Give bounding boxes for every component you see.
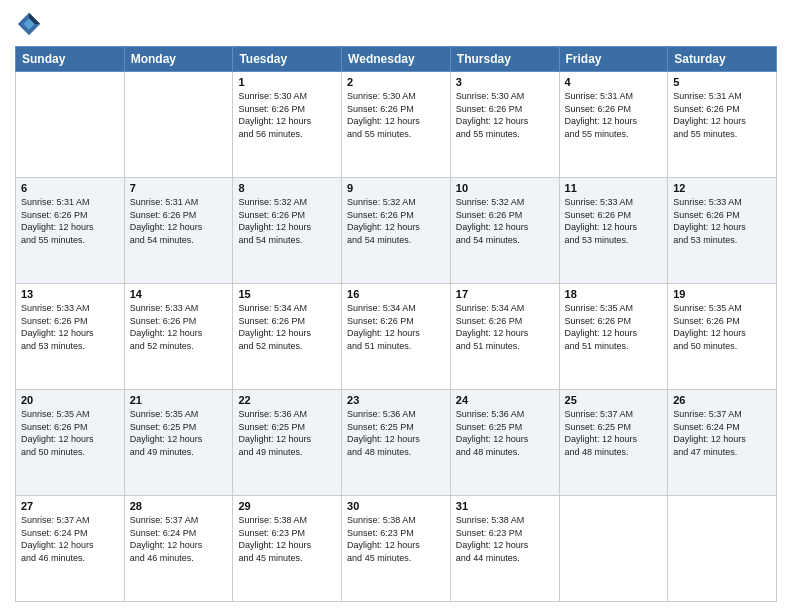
day-number: 16 (347, 288, 445, 300)
day-info: Sunrise: 5:30 AM Sunset: 6:26 PM Dayligh… (347, 90, 445, 140)
calendar-week-row: 6Sunrise: 5:31 AM Sunset: 6:26 PM Daylig… (16, 178, 777, 284)
weekday-header: Monday (124, 47, 233, 72)
calendar-cell (668, 496, 777, 602)
calendar-cell: 10Sunrise: 5:32 AM Sunset: 6:26 PM Dayli… (450, 178, 559, 284)
day-number: 4 (565, 76, 663, 88)
day-number: 3 (456, 76, 554, 88)
weekday-header: Sunday (16, 47, 125, 72)
day-number: 22 (238, 394, 336, 406)
calendar-cell: 12Sunrise: 5:33 AM Sunset: 6:26 PM Dayli… (668, 178, 777, 284)
calendar-cell: 26Sunrise: 5:37 AM Sunset: 6:24 PM Dayli… (668, 390, 777, 496)
day-info: Sunrise: 5:35 AM Sunset: 6:26 PM Dayligh… (673, 302, 771, 352)
calendar-cell: 25Sunrise: 5:37 AM Sunset: 6:25 PM Dayli… (559, 390, 668, 496)
calendar-week-row: 20Sunrise: 5:35 AM Sunset: 6:26 PM Dayli… (16, 390, 777, 496)
calendar-cell: 14Sunrise: 5:33 AM Sunset: 6:26 PM Dayli… (124, 284, 233, 390)
day-info: Sunrise: 5:31 AM Sunset: 6:26 PM Dayligh… (21, 196, 119, 246)
day-info: Sunrise: 5:37 AM Sunset: 6:25 PM Dayligh… (565, 408, 663, 458)
calendar-week-row: 13Sunrise: 5:33 AM Sunset: 6:26 PM Dayli… (16, 284, 777, 390)
day-info: Sunrise: 5:37 AM Sunset: 6:24 PM Dayligh… (673, 408, 771, 458)
day-info: Sunrise: 5:36 AM Sunset: 6:25 PM Dayligh… (238, 408, 336, 458)
day-info: Sunrise: 5:32 AM Sunset: 6:26 PM Dayligh… (347, 196, 445, 246)
day-number: 14 (130, 288, 228, 300)
calendar-cell: 28Sunrise: 5:37 AM Sunset: 6:24 PM Dayli… (124, 496, 233, 602)
calendar-cell: 29Sunrise: 5:38 AM Sunset: 6:23 PM Dayli… (233, 496, 342, 602)
page: SundayMondayTuesdayWednesdayThursdayFrid… (0, 0, 792, 612)
calendar-cell: 11Sunrise: 5:33 AM Sunset: 6:26 PM Dayli… (559, 178, 668, 284)
day-info: Sunrise: 5:34 AM Sunset: 6:26 PM Dayligh… (456, 302, 554, 352)
calendar-cell: 1Sunrise: 5:30 AM Sunset: 6:26 PM Daylig… (233, 72, 342, 178)
day-info: Sunrise: 5:38 AM Sunset: 6:23 PM Dayligh… (456, 514, 554, 564)
weekday-header: Wednesday (342, 47, 451, 72)
calendar-cell (559, 496, 668, 602)
day-number: 8 (238, 182, 336, 194)
day-number: 21 (130, 394, 228, 406)
calendar-cell: 2Sunrise: 5:30 AM Sunset: 6:26 PM Daylig… (342, 72, 451, 178)
day-info: Sunrise: 5:35 AM Sunset: 6:26 PM Dayligh… (21, 408, 119, 458)
calendar-cell: 16Sunrise: 5:34 AM Sunset: 6:26 PM Dayli… (342, 284, 451, 390)
calendar-cell: 9Sunrise: 5:32 AM Sunset: 6:26 PM Daylig… (342, 178, 451, 284)
calendar-week-row: 1Sunrise: 5:30 AM Sunset: 6:26 PM Daylig… (16, 72, 777, 178)
day-number: 12 (673, 182, 771, 194)
day-number: 13 (21, 288, 119, 300)
day-number: 9 (347, 182, 445, 194)
calendar-cell: 24Sunrise: 5:36 AM Sunset: 6:25 PM Dayli… (450, 390, 559, 496)
weekday-header: Saturday (668, 47, 777, 72)
header (15, 10, 777, 38)
day-number: 25 (565, 394, 663, 406)
day-number: 29 (238, 500, 336, 512)
day-number: 2 (347, 76, 445, 88)
day-info: Sunrise: 5:31 AM Sunset: 6:26 PM Dayligh… (130, 196, 228, 246)
calendar-header-row: SundayMondayTuesdayWednesdayThursdayFrid… (16, 47, 777, 72)
calendar-cell: 3Sunrise: 5:30 AM Sunset: 6:26 PM Daylig… (450, 72, 559, 178)
weekday-header: Friday (559, 47, 668, 72)
day-info: Sunrise: 5:33 AM Sunset: 6:26 PM Dayligh… (21, 302, 119, 352)
day-number: 11 (565, 182, 663, 194)
day-number: 15 (238, 288, 336, 300)
logo-icon (15, 10, 43, 38)
day-info: Sunrise: 5:38 AM Sunset: 6:23 PM Dayligh… (238, 514, 336, 564)
day-info: Sunrise: 5:30 AM Sunset: 6:26 PM Dayligh… (238, 90, 336, 140)
logo (15, 10, 45, 38)
day-info: Sunrise: 5:33 AM Sunset: 6:26 PM Dayligh… (130, 302, 228, 352)
day-info: Sunrise: 5:34 AM Sunset: 6:26 PM Dayligh… (347, 302, 445, 352)
day-info: Sunrise: 5:36 AM Sunset: 6:25 PM Dayligh… (347, 408, 445, 458)
day-number: 24 (456, 394, 554, 406)
day-number: 17 (456, 288, 554, 300)
day-info: Sunrise: 5:34 AM Sunset: 6:26 PM Dayligh… (238, 302, 336, 352)
calendar-cell (16, 72, 125, 178)
day-number: 31 (456, 500, 554, 512)
day-number: 1 (238, 76, 336, 88)
calendar-cell: 27Sunrise: 5:37 AM Sunset: 6:24 PM Dayli… (16, 496, 125, 602)
day-number: 30 (347, 500, 445, 512)
day-number: 6 (21, 182, 119, 194)
calendar-cell: 5Sunrise: 5:31 AM Sunset: 6:26 PM Daylig… (668, 72, 777, 178)
calendar-cell: 4Sunrise: 5:31 AM Sunset: 6:26 PM Daylig… (559, 72, 668, 178)
day-number: 18 (565, 288, 663, 300)
day-number: 23 (347, 394, 445, 406)
calendar-cell: 13Sunrise: 5:33 AM Sunset: 6:26 PM Dayli… (16, 284, 125, 390)
day-number: 28 (130, 500, 228, 512)
calendar-week-row: 27Sunrise: 5:37 AM Sunset: 6:24 PM Dayli… (16, 496, 777, 602)
day-number: 5 (673, 76, 771, 88)
day-info: Sunrise: 5:36 AM Sunset: 6:25 PM Dayligh… (456, 408, 554, 458)
calendar-cell: 20Sunrise: 5:35 AM Sunset: 6:26 PM Dayli… (16, 390, 125, 496)
calendar-cell: 17Sunrise: 5:34 AM Sunset: 6:26 PM Dayli… (450, 284, 559, 390)
calendar-table: SundayMondayTuesdayWednesdayThursdayFrid… (15, 46, 777, 602)
day-info: Sunrise: 5:33 AM Sunset: 6:26 PM Dayligh… (565, 196, 663, 246)
day-info: Sunrise: 5:31 AM Sunset: 6:26 PM Dayligh… (673, 90, 771, 140)
calendar-cell: 21Sunrise: 5:35 AM Sunset: 6:25 PM Dayli… (124, 390, 233, 496)
day-info: Sunrise: 5:35 AM Sunset: 6:26 PM Dayligh… (565, 302, 663, 352)
day-number: 7 (130, 182, 228, 194)
day-number: 27 (21, 500, 119, 512)
calendar-cell: 22Sunrise: 5:36 AM Sunset: 6:25 PM Dayli… (233, 390, 342, 496)
calendar-cell: 30Sunrise: 5:38 AM Sunset: 6:23 PM Dayli… (342, 496, 451, 602)
day-number: 10 (456, 182, 554, 194)
day-info: Sunrise: 5:35 AM Sunset: 6:25 PM Dayligh… (130, 408, 228, 458)
calendar-cell: 8Sunrise: 5:32 AM Sunset: 6:26 PM Daylig… (233, 178, 342, 284)
day-info: Sunrise: 5:33 AM Sunset: 6:26 PM Dayligh… (673, 196, 771, 246)
calendar-cell: 7Sunrise: 5:31 AM Sunset: 6:26 PM Daylig… (124, 178, 233, 284)
weekday-header: Thursday (450, 47, 559, 72)
day-info: Sunrise: 5:30 AM Sunset: 6:26 PM Dayligh… (456, 90, 554, 140)
day-info: Sunrise: 5:37 AM Sunset: 6:24 PM Dayligh… (21, 514, 119, 564)
calendar-cell: 18Sunrise: 5:35 AM Sunset: 6:26 PM Dayli… (559, 284, 668, 390)
